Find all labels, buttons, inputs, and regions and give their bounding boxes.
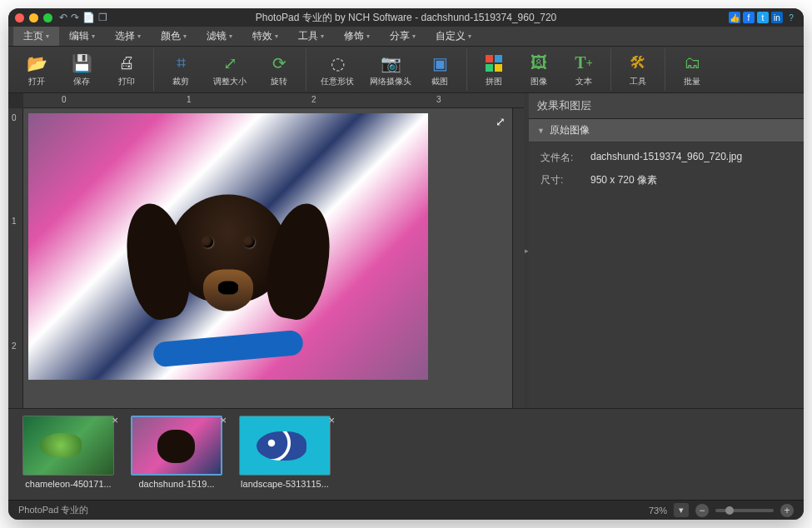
panel-section-original[interactable]: ▼ 原始图像 [529, 119, 804, 142]
menu-share[interactable]: 分享▾ [380, 27, 426, 46]
editor: 0 1 2 3 0 1 2 [8, 93, 524, 408]
status-app-name: PhotoPad 专业的 [18, 504, 88, 516]
side-panel: 效果和图层 ▼ 原始图像 文件名: dachshund-1519374_960_… [529, 93, 804, 408]
panel-body: 文件名: dachshund-1519374_960_720.jpg 尺寸: 9… [529, 142, 804, 204]
menu-color[interactable]: 颜色▾ [151, 27, 197, 46]
zoom-in-button[interactable]: + [780, 504, 794, 517]
canvas-image[interactable] [28, 113, 428, 380]
window-title: PhotoPad 专业的 by NCH Software - dachshund… [8, 11, 804, 25]
zoom-slider[interactable] [715, 509, 774, 512]
thumbnail-item[interactable]: × dachshund-1519... [127, 416, 227, 493]
resize-icon: ⤢ [219, 52, 241, 74]
print-button[interactable]: 🖨打印 [105, 48, 148, 91]
main-area: 0 1 2 3 0 1 2 [8, 93, 804, 408]
linkedin-icon[interactable]: in [771, 12, 783, 23]
thumbnail-image[interactable] [22, 416, 114, 476]
copy-icon[interactable]: ❐ [98, 12, 107, 23]
crop-button[interactable]: ⌗裁剪 [159, 48, 202, 91]
menu-filter[interactable]: 滤镜▾ [197, 27, 242, 46]
collage-button[interactable]: 拼图 [472, 48, 516, 91]
folder-open-icon: 📂 [26, 52, 47, 74]
chevron-down-icon: ▼ [537, 127, 545, 135]
thumbnail-item[interactable]: × chameleon-450171... [18, 416, 118, 493]
toolbar: 📂打开 💾保存 🖨打印 ⌗裁剪 ⤢调整大小 ⟳旋转 ◌任意形状 📷网络摄像头 ▣… [8, 47, 804, 93]
save-icon: 💾 [71, 52, 92, 74]
menu-tools[interactable]: 工具▾ [288, 27, 334, 46]
image-icon: 🖼 [528, 52, 550, 74]
wrench-icon: 🛠 [627, 52, 649, 74]
thumbnail-label: chameleon-450171... [25, 479, 111, 489]
close-icon[interactable]: × [220, 414, 227, 426]
menu-home[interactable]: 主页▾ [13, 27, 59, 46]
redo-icon[interactable]: ↷ [71, 12, 79, 23]
canvas-area[interactable]: ⤢ [23, 108, 512, 408]
filename-label: 文件名: [541, 151, 590, 165]
svg-rect-0 [486, 55, 493, 62]
thumbnail-image[interactable] [239, 416, 331, 476]
doc-icon[interactable]: 📄 [82, 12, 95, 23]
thumbnail-label: landscape-5313115... [241, 479, 329, 489]
resize-button[interactable]: ⤢调整大小 [204, 48, 256, 91]
ruler-vertical: 0 1 2 [8, 108, 23, 408]
statusbar: PhotoPad 专业的 73% ▾ − + [8, 500, 804, 520]
twitter-icon[interactable]: t [757, 12, 769, 23]
rotate-button[interactable]: ⟳旋转 [257, 48, 301, 91]
zoom-dropdown[interactable]: ▾ [674, 503, 689, 517]
svg-rect-1 [495, 55, 502, 62]
help-icon[interactable]: ? [785, 12, 797, 23]
tools-button[interactable]: 🛠工具 [616, 48, 660, 91]
thumbnail-label: dachshund-1519... [138, 479, 214, 489]
facebook-icon[interactable]: f [743, 12, 755, 23]
screenshot-button[interactable]: ▣截图 [418, 48, 461, 91]
zoom-out-button[interactable]: − [695, 504, 709, 517]
panel-title: 效果和图层 [529, 93, 804, 119]
dimension-label: 尺寸: [541, 173, 590, 187]
undo-icon[interactable]: ↶ [59, 12, 67, 23]
webcam-button[interactable]: 📷网络摄像头 [365, 48, 416, 91]
menubar: 主页▾ 编辑▾ 选择▾ 颜色▾ 滤镜▾ 特效▾ 工具▾ 修饰▾ 分享▾ 自定义▾ [8, 27, 804, 47]
thumbnail-image[interactable] [131, 416, 222, 476]
lasso-icon: ◌ [326, 52, 348, 74]
batch-icon: 🗂 [681, 52, 703, 74]
menu-retouch[interactable]: 修饰▾ [334, 27, 380, 46]
batch-button[interactable]: 🗂批量 [670, 48, 714, 91]
dimension-value: 950 x 720 像素 [590, 173, 792, 187]
zoom-value: 73% [649, 506, 667, 516]
close-icon[interactable]: × [328, 414, 335, 426]
thumbnail-strip: × chameleon-450171... × dachshund-1519..… [8, 408, 804, 500]
window-minimize-button[interactable] [29, 13, 38, 22]
save-button[interactable]: 💾保存 [60, 48, 103, 91]
svg-rect-2 [486, 64, 493, 72]
window-maximize-button[interactable] [43, 13, 52, 22]
screenshot-icon: ▣ [429, 52, 451, 74]
zoom-controls: 73% ▾ − + [649, 503, 794, 517]
ruler-horizontal: 0 1 2 3 [23, 93, 524, 108]
fullscreen-icon[interactable]: ⤢ [496, 115, 506, 128]
rotate-icon: ⟳ [268, 52, 290, 74]
window-close-button[interactable] [15, 13, 24, 22]
webcam-icon: 📷 [380, 52, 401, 74]
filename-value: dachshund-1519374_960_720.jpg [590, 151, 792, 165]
freeform-button[interactable]: ◌任意形状 [311, 48, 363, 91]
thumbnail-item[interactable]: × landscape-5313115... [235, 416, 335, 493]
text-button[interactable]: T+文本 [562, 48, 605, 91]
collage-icon [483, 52, 505, 74]
text-icon: T+ [573, 52, 595, 74]
printer-icon: 🖨 [116, 52, 137, 74]
titlebar: ↶ ↷ 📄 ❐ PhotoPad 专业的 by NCH Software - d… [8, 8, 804, 27]
image-button[interactable]: 🖼图像 [517, 48, 560, 91]
app-window: ↶ ↷ 📄 ❐ PhotoPad 专业的 by NCH Software - d… [8, 8, 804, 520]
menu-custom[interactable]: 自定义▾ [426, 27, 481, 46]
menu-select[interactable]: 选择▾ [105, 27, 151, 46]
vertical-scrollbar[interactable] [512, 108, 524, 408]
crop-icon: ⌗ [170, 52, 192, 74]
open-button[interactable]: 📂打开 [15, 48, 58, 91]
close-icon[interactable]: × [112, 414, 118, 426]
menu-effects[interactable]: 特效▾ [242, 27, 288, 46]
menu-edit[interactable]: 编辑▾ [59, 27, 105, 46]
thumbs-up-icon[interactable]: 👍 [729, 12, 740, 23]
svg-rect-3 [495, 64, 502, 72]
